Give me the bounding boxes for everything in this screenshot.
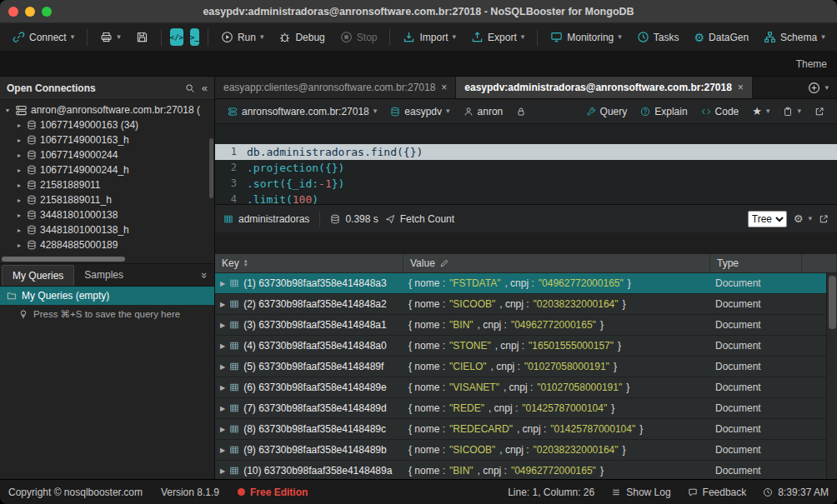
database-selector[interactable]: easypdv ▾ — [386, 103, 454, 120]
tab-easypdv-administradoras[interactable]: easypdv:administradoras@anronsoftware.co… — [456, 77, 753, 98]
expand-arrow-icon[interactable]: ▸ — [15, 182, 23, 189]
database-item[interactable]: ▸10677149000244_h — [0, 162, 214, 177]
tasks-button[interactable]: Tasks — [631, 27, 685, 47]
show-log-button[interactable]: Show Log — [611, 487, 670, 498]
editor-line[interactable]: 4.limit(100) — [215, 192, 837, 204]
server-selector[interactable]: anronsoftware.com.br:27018 ▾ — [223, 103, 381, 120]
expand-arrow-icon[interactable]: ▸ — [15, 167, 23, 174]
expand-arrow-icon[interactable]: ▶ — [220, 467, 225, 475]
expand-arrow-icon[interactable]: ▸ — [15, 227, 23, 234]
table-row[interactable]: ▶(4) 63730b98faaf358e414848a0{ nome : "S… — [215, 336, 837, 357]
zoom-window-button[interactable] — [42, 7, 52, 17]
tab-easyapp-clientes[interactable]: easyapp:clientes@anronsoftware.com.br:27… — [215, 77, 456, 98]
expand-arrow-icon[interactable]: ▶ — [220, 280, 225, 287]
collapse-panel-icon[interactable]: « — [202, 82, 208, 93]
column-header-key[interactable]: Key ▲▼ — [215, 254, 403, 272]
expand-arrow-icon[interactable]: ▶ — [220, 426, 225, 433]
tree-scrollbar-thumb[interactable] — [209, 138, 213, 198]
my-queries-folder[interactable]: My Queries (empty) — [0, 287, 214, 305]
lock-indicator[interactable] — [512, 104, 530, 119]
expand-results-icon[interactable] — [819, 214, 829, 224]
expand-arrow-icon[interactable]: ▶ — [220, 342, 225, 350]
code-button[interactable]: Code — [697, 103, 744, 120]
expand-arrow-icon[interactable]: ▸ — [15, 122, 23, 129]
editor-line[interactable]: 1db.administradoras.find({}) — [215, 144, 837, 160]
user-indicator[interactable]: anron — [459, 103, 508, 120]
expand-arrow-icon[interactable]: ▾ — [3, 107, 12, 114]
results-settings-button[interactable]: ⚙ ▾ — [794, 213, 812, 224]
snippets-button[interactable]: ▾ — [779, 104, 805, 119]
results-scrollbar[interactable] — [826, 273, 837, 479]
schema-button[interactable]: Schema ▾ — [758, 27, 831, 47]
database-item[interactable]: ▸34481801000138 — [0, 207, 214, 222]
debug-button[interactable]: Debug — [273, 27, 330, 47]
feedback-button[interactable]: Feedback — [688, 487, 747, 498]
save-button[interactable] — [130, 27, 154, 47]
open-in-new-window-button[interactable] — [810, 104, 829, 119]
table-row[interactable]: ▶(1) 63730b98faaf358e414848a3{ nome : "F… — [215, 273, 837, 294]
database-item[interactable]: ▸42884885000189 — [0, 237, 214, 252]
code-editor-button[interactable]: </> — [170, 28, 183, 46]
database-item[interactable]: ▸34481801000138_h — [0, 222, 214, 237]
close-tab-icon[interactable]: × — [738, 82, 744, 93]
new-tab-icon[interactable] — [808, 82, 820, 94]
datagen-button[interactable]: ⚙ DataGen — [689, 28, 755, 47]
database-item[interactable]: ▸10677149000244 — [0, 147, 214, 162]
expand-arrow-icon[interactable]: ▸ — [15, 212, 23, 219]
connection-root-item[interactable]: ▾ anron@anronsoftware.com.br:27018 ( — [0, 102, 214, 117]
collection-label[interactable]: administradoras — [223, 213, 309, 225]
expand-arrow-icon[interactable]: ▶ — [220, 384, 225, 392]
fetch-count-button[interactable]: Fetch Count — [385, 213, 454, 225]
connect-button[interactable]: Connect ▾ — [7, 27, 80, 47]
scrollbar-thumb[interactable] — [829, 276, 836, 329]
table-row[interactable]: ▶(2) 63730b98faaf358e414848a2{ nome : "S… — [215, 294, 837, 315]
database-item[interactable]: ▸21581889011_h — [0, 192, 214, 207]
chevron-double-down-icon[interactable]: » — [198, 272, 211, 277]
table-row[interactable]: ▶(9) 63730b98faaf358e4148489b{ nome : "S… — [215, 440, 837, 461]
expand-arrow-icon[interactable]: ▶ — [220, 405, 225, 412]
search-icon[interactable] — [185, 83, 195, 93]
scrollbar-thumb[interactable] — [2, 257, 125, 262]
expand-arrow-icon[interactable]: ▸ — [15, 137, 23, 144]
database-item[interactable]: ▸21581889011 — [0, 177, 214, 192]
export-button[interactable]: Export ▾ — [465, 27, 530, 47]
tab-samples[interactable]: Samples — [74, 265, 133, 285]
favorites-button[interactable]: ★ ▾ — [748, 102, 774, 120]
query-button[interactable]: Query — [582, 103, 632, 120]
expand-arrow-icon[interactable]: ▶ — [220, 363, 225, 371]
column-header-type[interactable]: Type — [710, 254, 802, 272]
expand-arrow-icon[interactable]: ▶ — [220, 447, 225, 454]
table-row[interactable]: ▶(3) 63730b98faaf358e414848a1{ nome : "B… — [215, 315, 837, 336]
view-mode-select[interactable]: Tree — [748, 211, 787, 227]
print-button[interactable]: ▾ — [94, 27, 127, 47]
tree-horizontal-scrollbar[interactable] — [0, 255, 214, 263]
explain-button[interactable]: Explain — [636, 103, 691, 120]
database-item[interactable]: ▸10677149000163 (34) — [0, 117, 214, 132]
import-button[interactable]: Import ▾ — [397, 27, 462, 47]
column-header-value[interactable]: Value — [403, 254, 710, 272]
minimize-window-button[interactable] — [25, 7, 35, 17]
shell-button[interactable]: >_ — [190, 28, 199, 46]
theme-button[interactable]: Theme — [796, 58, 827, 70]
expand-arrow-icon[interactable]: ▶ — [220, 301, 225, 308]
close-window-button[interactable] — [8, 7, 18, 17]
expand-arrow-icon[interactable]: ▸ — [15, 197, 23, 204]
sort-icons[interactable]: ▲▼ — [243, 259, 248, 267]
tab-my-queries[interactable]: My Queries — [2, 265, 74, 286]
edition-badge[interactable]: Free Edition — [238, 487, 308, 498]
table-row[interactable]: ▶(5) 63730b98faaf358e4148489f{ nome : "C… — [215, 357, 837, 377]
table-row[interactable]: ▶(7) 63730b98faaf358e4148489d{ nome : "R… — [215, 398, 837, 419]
caret-down-icon[interactable]: ▾ — [824, 84, 829, 92]
close-tab-icon[interactable]: × — [441, 82, 447, 93]
table-row[interactable]: ▶(6) 63730b98faaf358e4148489e{ nome : "V… — [215, 377, 837, 398]
table-row[interactable]: ▶(10) 63730b98faaf358e4148489a{ nome : "… — [215, 461, 837, 479]
table-row[interactable]: ▶(8) 63730b98faaf358e4148489c{ nome : "R… — [215, 419, 837, 440]
expand-arrow-icon[interactable]: ▸ — [15, 242, 23, 249]
run-button[interactable]: Run ▾ — [215, 27, 270, 47]
expand-arrow-icon[interactable]: ▶ — [220, 322, 225, 329]
expand-arrow-icon[interactable]: ▸ — [15, 152, 23, 159]
editor-line[interactable]: 3.sort({_id:-1}) — [215, 176, 837, 192]
database-item[interactable]: ▸10677149000163_h — [0, 132, 214, 147]
monitoring-button[interactable]: Monitoring ▾ — [544, 27, 628, 47]
code-editor[interactable]: 1db.administradoras.find({})2.projection… — [215, 124, 837, 204]
